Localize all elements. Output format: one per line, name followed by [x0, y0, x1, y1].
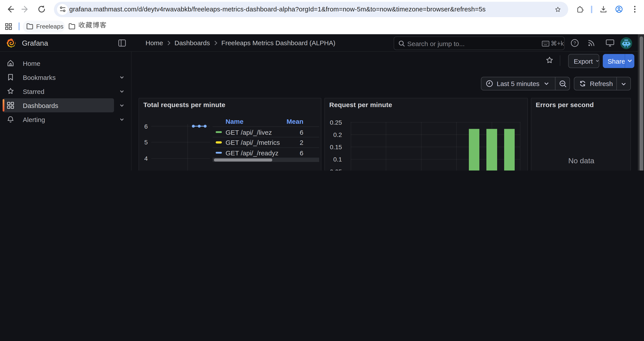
svg-text:?: ? — [574, 40, 576, 45]
